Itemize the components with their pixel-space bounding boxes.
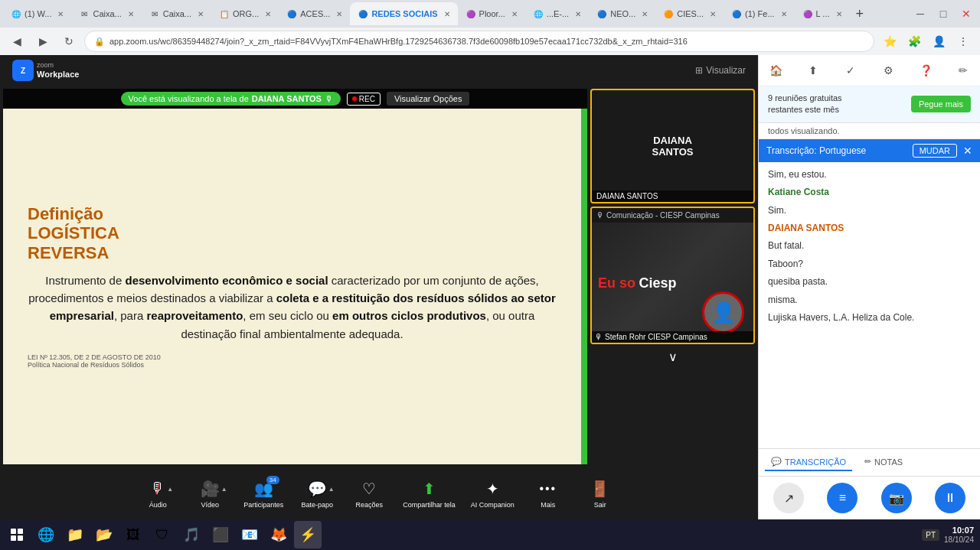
- minimize-button[interactable]: ─: [910, 3, 931, 24]
- visualizar-opcoes-button[interactable]: Visualizar Opções: [387, 92, 469, 106]
- taskbar-mail-button[interactable]: 📧: [236, 521, 263, 548]
- tab-8[interactable]: 🌐 ...E-... ✕: [525, 2, 589, 25]
- more-menu-button[interactable]: ⋮: [952, 31, 974, 52]
- screen-content: Definição LOGÍSTICA REVERSA Instrumento …: [3, 109, 587, 464]
- tab-11[interactable]: 🔵 (1) Fe... ✕: [724, 2, 795, 25]
- tab-9[interactable]: 🔵 NEO... ✕: [589, 2, 655, 25]
- tab-7[interactable]: 🟣 Ploor... ✕: [458, 2, 525, 25]
- second-tile-header: 🎙 Comunicação - CIESP Campinas: [592, 208, 753, 223]
- tab-11-close[interactable]: ✕: [781, 10, 787, 18]
- panel-up-button[interactable]: ⬆: [802, 60, 824, 81]
- leave-button[interactable]: 🚪 Sair: [576, 476, 625, 512]
- tab-8-favicon: 🌐: [533, 8, 544, 19]
- visualizar-button[interactable]: ⊞ Visualizar: [695, 65, 746, 76]
- share-action-button[interactable]: ↗: [773, 483, 804, 513]
- tab-5-label: ACES...: [300, 9, 330, 18]
- taskbar-image-button[interactable]: 🖼: [119, 521, 147, 548]
- tab-11-label: (1) Fe...: [745, 9, 775, 18]
- bookmark-button[interactable]: ⭐: [879, 31, 900, 52]
- taskbar-shield-button[interactable]: 🛡: [149, 521, 176, 548]
- banner-text: Você está visualizando a tela de: [129, 94, 249, 103]
- panel-settings-button[interactable]: ⚙: [877, 60, 899, 81]
- tab-3-close[interactable]: ✕: [198, 10, 204, 18]
- tab-7-favicon: 🟣: [466, 8, 476, 19]
- tab-2-close[interactable]: ✕: [128, 10, 134, 18]
- list-action-button[interactable]: ≡: [827, 483, 858, 513]
- new-tab-button[interactable]: +: [850, 6, 871, 22]
- back-button[interactable]: ◀: [6, 31, 28, 52]
- tab-8-close[interactable]: ✕: [575, 10, 581, 18]
- tab-12[interactable]: 🟣 L ... ✕: [795, 2, 850, 25]
- start-button[interactable]: [3, 521, 31, 548]
- tab-4-close[interactable]: ✕: [265, 10, 271, 18]
- tab-2[interactable]: ✉ Caixa... ✕: [71, 2, 141, 25]
- taskbar-ie-button[interactable]: 🌐: [32, 521, 60, 548]
- tab-6-active[interactable]: 🔵 REDES SOCIAIS ✕: [350, 2, 457, 25]
- tab-9-close[interactable]: ✕: [642, 10, 648, 18]
- tab-4[interactable]: 📋 ORG... ✕: [211, 2, 279, 25]
- zoom-toolbar: 🎙 / ▲ Áudio 🎥 ▲ Vídeo 👥 34: [0, 467, 758, 519]
- tab-notas[interactable]: ✏ NOTAS: [858, 454, 909, 471]
- taskbar-chrome-button[interactable]: ⚡: [294, 521, 322, 548]
- camera-action-button[interactable]: 📷: [881, 483, 912, 513]
- maximize-button[interactable]: □: [933, 3, 954, 24]
- ai-companion-button[interactable]: ✦ AI Companion: [465, 476, 521, 512]
- ai-companion-icon: ✦: [486, 480, 499, 498]
- msg-9-text: Lujiska Havers, L.A. Heliza da Cole.: [768, 312, 914, 323]
- chat-button[interactable]: 💬 ▲ Bate-papo: [292, 476, 341, 512]
- tab-6-close[interactable]: ✕: [444, 10, 450, 18]
- extensions-button[interactable]: 🧩: [903, 31, 925, 52]
- more-button[interactable]: ••• Mais: [524, 476, 573, 512]
- main-content: Z zoom Workplace ⊞ Visualizar V: [0, 55, 980, 519]
- taskbar-music-button[interactable]: 🎵: [178, 521, 205, 548]
- panel-action-bar: ↗ ≡ 📷 ⏸: [759, 476, 980, 519]
- taskbar-cmd-button[interactable]: ⬛: [207, 521, 234, 548]
- person-avatar: 👤: [702, 291, 744, 334]
- scroll-chevron[interactable]: ∨: [590, 347, 755, 366]
- mudar-button[interactable]: MUDAR: [913, 144, 957, 158]
- pause-action-button[interactable]: ⏸: [935, 483, 965, 513]
- taskbar-firefox-button[interactable]: 🦊: [265, 521, 292, 548]
- taskbar-folder2-button[interactable]: 📂: [90, 521, 118, 548]
- profile-button[interactable]: 👤: [928, 31, 949, 52]
- tab-1[interactable]: 🌐 (1) W... ✕: [3, 2, 71, 25]
- participants-button[interactable]: 👥 34 Participantes: [237, 476, 289, 512]
- panel-help-button[interactable]: ❓: [915, 60, 936, 81]
- tab-5[interactable]: 🔵 ACES... ✕: [279, 2, 350, 25]
- tab-9-label: NEO...: [610, 9, 635, 18]
- taskbar-clock: 10:07 18/10/24: [944, 526, 974, 544]
- transcription-close-icon[interactable]: ✕: [963, 145, 972, 157]
- tab-7-close[interactable]: ✕: [511, 10, 518, 18]
- tab-10[interactable]: 🟠 CIES... ✕: [655, 2, 724, 25]
- mic-icon: 🎙: [325, 94, 333, 103]
- chat-icon: 💬: [308, 480, 327, 498]
- reload-button[interactable]: ↻: [58, 31, 80, 52]
- video-button[interactable]: 🎥 ▲ Vídeo: [185, 476, 234, 512]
- transcription-bar: Transcrição: Portuguese MUDAR ✕: [759, 139, 980, 162]
- msg-9: Lujiska Havers, L.A. Heliza da Cole.: [768, 311, 971, 324]
- msg-1: Sim, eu estou.: [768, 168, 971, 181]
- leave-icon: 🚪: [590, 480, 609, 498]
- tab-10-close[interactable]: ✕: [710, 10, 716, 18]
- rec-badge: REC: [347, 93, 381, 106]
- close-window-button[interactable]: ✕: [956, 3, 977, 24]
- panel-edit-button[interactable]: ✏: [952, 60, 974, 81]
- tab-5-close[interactable]: ✕: [336, 10, 342, 18]
- msg-7-text: quesiba pasta.: [768, 276, 828, 287]
- audio-button[interactable]: 🎙 / ▲ Áudio: [133, 476, 182, 512]
- forward-button[interactable]: ▶: [32, 31, 54, 52]
- pegar-mais-button[interactable]: Pegue mais: [911, 96, 971, 112]
- panel-check-button[interactable]: ✓: [840, 60, 861, 81]
- share-screen-button[interactable]: ⬆ Compartilhar tela: [397, 476, 462, 512]
- audio-label: Áudio: [149, 501, 167, 509]
- address-bar[interactable]: 🔒 app.zoom.us/wc/86359448274/join?_x_zm_…: [84, 31, 874, 52]
- slide-body: Instrumento de desenvolvimento econômico…: [28, 272, 557, 343]
- browser-action-icons: ⭐ 🧩 👤 ⋮: [879, 31, 974, 52]
- tab-transcricao[interactable]: 💬 TRANSCRIÇÃO: [765, 454, 852, 471]
- tab-1-close[interactable]: ✕: [57, 10, 64, 18]
- taskbar-folder-button[interactable]: 📁: [61, 521, 89, 548]
- reactions-button[interactable]: ♡ Reações: [345, 476, 394, 512]
- tab-3[interactable]: ✉ Caixa... ✕: [142, 2, 211, 25]
- panel-home-button[interactable]: 🏠: [765, 60, 786, 81]
- tab-12-close[interactable]: ✕: [836, 10, 842, 18]
